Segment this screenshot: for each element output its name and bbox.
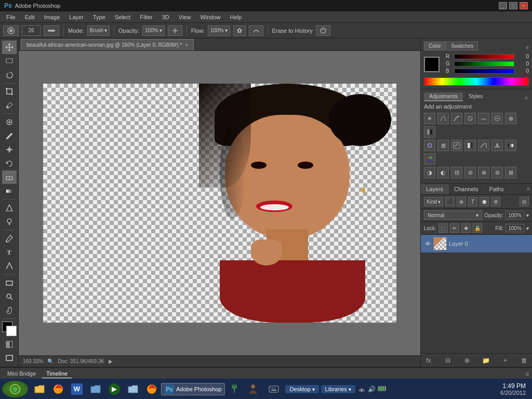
rectangle-tool[interactable] [2, 276, 17, 290]
history-brush-tool[interactable] [2, 157, 17, 170]
adj-matchcolor[interactable]: ⊛ [478, 167, 489, 178]
foreground-background-colors[interactable] [2, 322, 17, 336]
channels-tab[interactable]: Channels [449, 184, 484, 194]
menu-file[interactable]: File [2, 13, 20, 21]
layers-filter-text[interactable]: T [468, 197, 477, 206]
taskbar-folder[interactable] [31, 381, 48, 397]
adj-photofilter[interactable] [424, 140, 435, 151]
swatches-tab[interactable]: Swatches [446, 42, 478, 50]
layers-filter-shape[interactable]: ⬟ [480, 197, 489, 206]
taskbar-firefox[interactable] [50, 381, 66, 397]
menu-type[interactable]: Type [89, 13, 110, 21]
menu-image[interactable]: Image [40, 13, 64, 21]
text-tool[interactable]: T [2, 246, 17, 259]
marquee-tool[interactable] [2, 55, 17, 68]
window-controls[interactable]: _ □ × [499, 2, 528, 9]
layer-new-btn[interactable]: + [500, 356, 510, 365]
layers-list[interactable]: 👁 Layer 0 [421, 235, 532, 353]
adj-brightness[interactable]: ☀ [424, 113, 435, 124]
taskbar-word[interactable]: W [69, 381, 85, 397]
taskbar-person[interactable] [245, 381, 261, 397]
menu-filter[interactable]: Filter [136, 13, 156, 21]
blend-mode-dropdown[interactable]: Normal ▾ [424, 210, 482, 220]
adjustments-tab[interactable]: Adjustments [424, 92, 463, 101]
menu-view[interactable]: View [175, 13, 195, 21]
blue-slider[interactable] [454, 69, 514, 74]
color-panel-menu[interactable]: ≡ [526, 45, 529, 50]
adj-hdr[interactable]: ◐ [437, 167, 449, 178]
adj-desaturate[interactable]: ⊘ [464, 167, 476, 178]
quick-mask-mode[interactable] [2, 338, 17, 351]
path-selection-tool[interactable] [2, 259, 17, 273]
color-swatch[interactable] [424, 57, 440, 72]
layers-filter-adj[interactable]: ⊕ [457, 197, 466, 206]
adj-bw[interactable] [424, 126, 435, 138]
dodge-tool[interactable] [2, 215, 17, 229]
opacity-pressure-btn[interactable] [168, 25, 182, 36]
adj-variations[interactable]: ⊟ [451, 167, 462, 178]
lock-all[interactable]: 🔒 [473, 223, 482, 233]
adj-panel-collapse[interactable]: ≡ [524, 95, 529, 101]
opacity-value[interactable]: 100% [506, 211, 524, 219]
layers-filter-kind[interactable]: Kind ▾ [424, 197, 443, 206]
timeline-tab[interactable]: Timeline [42, 369, 72, 378]
menu-window[interactable]: Window [196, 13, 224, 21]
brush-preset-picker[interactable] [3, 25, 19, 36]
volume-icon[interactable]: 🔊 [368, 385, 376, 393]
start-button[interactable] [2, 381, 28, 397]
keyboard-icon[interactable] [265, 381, 282, 397]
clone-stamp-tool[interactable] [2, 143, 17, 156]
adj-colorlookup[interactable] [451, 140, 462, 151]
mini-bridge-tab[interactable]: Mini Bridge [3, 369, 40, 378]
eyedropper-tool[interactable] [2, 99, 17, 112]
adj-levels[interactable] [437, 113, 449, 124]
background-color[interactable] [6, 326, 17, 336]
styles-tab[interactable]: Styles [463, 92, 488, 101]
zoom-tool[interactable] [2, 290, 17, 303]
move-tool[interactable] [2, 41, 17, 54]
green-slider[interactable] [454, 61, 514, 66]
maximize-button[interactable]: □ [509, 2, 517, 9]
adj-invert[interactable] [464, 140, 476, 151]
layers-panel-menu[interactable]: ≡ [525, 184, 532, 194]
taskbar-firefox2[interactable] [143, 381, 160, 397]
layer-mask-btn[interactable]: ⊟ [443, 356, 453, 365]
zoom-icon[interactable]: 🔍 [47, 358, 54, 364]
adj-gradientmap[interactable] [505, 140, 516, 151]
adj-vibrance[interactable] [478, 113, 489, 124]
flow-jitter-btn[interactable] [249, 25, 263, 36]
adj-hsl[interactable] [491, 113, 503, 124]
gradient-tool[interactable] [2, 184, 17, 198]
lock-transparent[interactable]: ⬚ [438, 223, 448, 233]
status-arrow[interactable]: ▶ [109, 358, 113, 364]
opacity-dropdown[interactable]: 100% ▾ [142, 25, 165, 36]
layer-group-btn[interactable]: 📁 [481, 356, 490, 365]
layer-visibility[interactable]: 👁 [424, 240, 431, 247]
adj-shadows[interactable]: ◑ [424, 167, 435, 178]
taskbar-clock[interactable]: 1:49 PM 6/20/2012 [496, 382, 530, 396]
paths-tab[interactable]: Paths [484, 184, 510, 194]
adj-curves[interactable] [451, 113, 462, 124]
flow-dropdown[interactable]: 100% ▾ [208, 25, 230, 36]
layers-filter-pixel[interactable]: ⬛ [445, 197, 455, 206]
brush-size-btn[interactable] [44, 25, 59, 36]
minimize-button[interactable]: _ [499, 2, 507, 9]
erase-history-icon[interactable] [316, 25, 330, 36]
layer-fx-btn[interactable]: fx [424, 356, 433, 365]
adj-posterize[interactable] [478, 140, 489, 151]
canvas-container[interactable] [19, 51, 420, 355]
layer-item[interactable]: 👁 Layer 0 [421, 235, 532, 253]
menu-layer[interactable]: Layer [65, 13, 88, 21]
eraser-tool[interactable] [2, 170, 17, 184]
adj-channelmixer[interactable]: ⊞ [437, 140, 449, 151]
layer-delete-btn[interactable]: 🗑 [520, 356, 529, 365]
taskbar-plants[interactable] [226, 381, 243, 397]
adj-selectivecolor[interactable] [424, 153, 435, 165]
hand-tool[interactable] [2, 304, 17, 317]
color-spectrum-bar[interactable] [424, 77, 529, 86]
taskbar-photoshop-active[interactable]: Ps Adobe Photoshop [161, 383, 225, 395]
bottom-panel-collapse[interactable]: ≡ [525, 370, 529, 378]
brush-tool[interactable] [2, 129, 17, 143]
crop-tool[interactable] [2, 85, 17, 98]
battery-icon[interactable] [378, 385, 387, 393]
